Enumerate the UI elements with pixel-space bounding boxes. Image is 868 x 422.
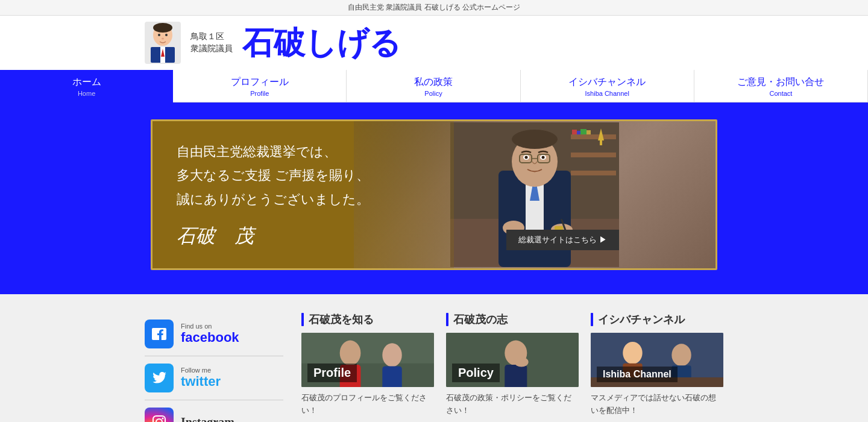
svg-point-36 [156,419,162,422]
card-profile-image[interactable]: Profile [301,333,434,387]
svg-point-42 [382,343,401,367]
nav-profile[interactable]: プロフィール Profile [173,70,347,102]
nav-policy-en: Policy [347,90,520,97]
nav-home-en: Home [0,90,173,97]
hero-line2: 多大なるご支援 ご声援を賜り、 [177,163,430,187]
svg-rect-27 [571,153,616,157]
nav-channel-jp: イシバチャンネル [521,76,694,89]
svg-rect-28 [571,171,616,175]
card-policy-image[interactable]: Policy [446,333,579,387]
svg-rect-46 [505,365,527,387]
instagram-icon [145,408,174,422]
card-policy-desc: 石破茂の政策・ポリシーをご覧ください！ [446,392,579,417]
nav-contact-jp: ご意見・お問い合せ [694,76,867,89]
nav-contact-en: Contact [694,90,867,97]
nav-profile-en: Profile [173,90,346,97]
site-header: 鳥取１区 衆議院議員 石破しげる [0,16,868,70]
card-channel-image[interactable]: Ishiba Channel [591,333,723,387]
facebook-icon [145,320,174,348]
hero-section: 自由民主党総裁選挙では、 多大なるご支援 ご声援を賜り、 誠にありがとうございま… [0,107,868,282]
instagram-text: Instagram [181,415,234,423]
instagram-name: Instagram [181,415,234,423]
card-profile-title: 石破茂を知る [309,312,374,327]
card-policy-title: 石破茂の志 [453,312,508,327]
header-subtitle1: 鳥取１区 [190,31,233,43]
svg-point-2 [158,34,160,36]
svg-point-51 [671,344,691,366]
svg-point-4 [162,38,164,40]
card-header-bar-3 [591,313,593,326]
svg-rect-29 [572,130,577,134]
card-profile-label: Profile [307,364,357,382]
svg-point-40 [340,341,361,366]
card-channel-label: Ishiba Channel [597,367,678,382]
card-header-bar [301,313,304,326]
card-channel-title: イシバチャンネル [598,312,685,327]
top-bar: 自由民主党 衆議院議員 石破しげる 公式ホームページ [0,0,868,16]
hero-text-area: 自由民主党総裁選挙では、 多大なるご支援 ご声援を賜り、 誠にありがとうございま… [153,121,454,268]
hero-banner: 自由民主党総裁選挙では、 多大なるご支援 ご声援を賜り、 誠にありがとうございま… [151,119,717,270]
twitter-icon [145,364,174,392]
twitter-small-text: Follow me [181,367,221,374]
hero-line1: 自由民主党総裁選挙では、 [177,140,430,164]
card-profile-header: 石破茂を知る [301,312,434,327]
svg-rect-31 [580,129,587,134]
main-content: Find us on facebook Follow me twitter [0,294,868,422]
svg-rect-26 [571,134,616,139]
main-nav: ホーム Home プロフィール Profile 私の政策 Policy イシバチ… [0,70,868,102]
card-policy: 石破茂の志 Policy 石破茂の政策・ポリシーをご覧ください！ ▶ 詳しくはこ… [446,312,579,422]
twitter-name: twitter [181,374,221,389]
facebook-text: Find us on facebook [181,323,239,345]
nav-contact[interactable]: ご意見・お問い合せ Contact [694,70,868,102]
facebook-link[interactable]: Find us on facebook [145,312,283,356]
nav-policy[interactable]: 私の政策 Policy [347,70,520,102]
blue-bottom-bar [0,282,868,294]
card-profile-desc: 石破茂のプロフィールをご覧ください！ [301,392,434,417]
svg-rect-43 [382,366,401,387]
card-header-bar-2 [446,313,448,326]
svg-point-16 [525,156,528,159]
instagram-link[interactable]: Instagram [145,400,283,422]
facebook-name: facebook [181,330,239,345]
hero-cta-button[interactable]: 総裁選サイトはこちら ▶ [506,230,619,250]
nav-channel-en: Ishiba Channel [521,90,694,97]
sidebar: Find us on facebook Follow me twitter [145,312,283,422]
card-policy-header: 石破茂の志 [446,312,579,327]
svg-point-3 [165,34,168,36]
card-profile: 石破茂を知る Profile 石破茂のプロフィールをご覧ください！ [301,312,434,422]
nav-profile-jp: プロフィール [173,76,346,89]
cards-area: 石破茂を知る Profile 石破茂のプロフィールをご覧ください！ [301,312,723,422]
blue-top-accent [0,102,868,107]
svg-point-14 [512,130,558,149]
hero-line3: 誠にありがとうございました。 [177,187,430,212]
card-channel-header: イシバチャンネル [591,312,723,327]
facebook-small-text: Find us on [181,323,239,330]
svg-point-1 [153,23,172,33]
header-subtitle2: 衆議院議員 [190,43,233,55]
header-name: 石破しげる [242,27,401,58]
twitter-text: Follow me twitter [181,367,221,389]
svg-rect-30 [577,131,580,134]
card-channel-desc: マスメディアでは話せない石破の想いを配信中！ [591,392,723,417]
hero-signature: 石破 茂 [177,223,430,250]
nav-policy-jp: 私の政策 [347,76,520,89]
header-text-group: 鳥取１区 衆議院議員 [190,31,233,54]
top-bar-text: 自由民主党 衆議院議員 石破しげる 公式ホームページ [348,3,520,11]
nav-home[interactable]: ホーム Home [0,70,173,102]
svg-point-49 [623,342,642,364]
hero-cta-label: 総裁選サイトはこちら ▶ [518,235,607,245]
avatar [145,22,181,64]
card-policy-label: Policy [452,364,500,382]
svg-point-47 [514,357,528,367]
svg-point-37 [162,418,164,420]
svg-point-18 [542,156,545,159]
nav-channel[interactable]: イシバチャンネル Ishiba Channel [521,70,694,102]
twitter-link[interactable]: Follow me twitter [145,356,283,400]
nav-home-jp: ホーム [0,76,173,89]
card-channel: イシバチャンネル Ishiba Channel マスメディアでは話せない石破の想… [591,312,723,422]
svg-rect-34 [600,140,602,145]
svg-rect-32 [587,130,591,134]
